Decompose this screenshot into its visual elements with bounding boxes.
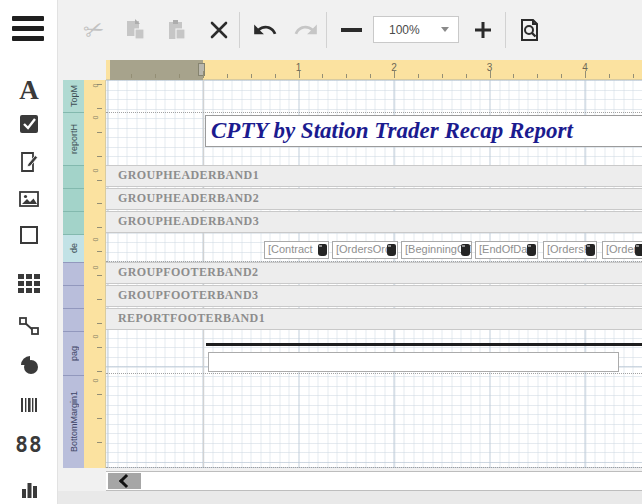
plus-icon xyxy=(471,18,495,42)
toolbox-richtext-tool[interactable] xyxy=(14,147,44,177)
band-strip-label: TopM xyxy=(69,85,79,107)
toolbox-checkbox-tool[interactable] xyxy=(14,109,44,139)
data-binding-icon xyxy=(387,244,396,256)
ruler-tick xyxy=(513,74,514,78)
toolbox-chart-tool[interactable] xyxy=(14,474,44,504)
ruler-number: 2 xyxy=(391,62,397,73)
page-footer-line-control[interactable] xyxy=(206,343,642,346)
horizontal-scrollbar[interactable] xyxy=(106,471,642,491)
toolbox-label-tool[interactable]: A xyxy=(14,75,44,105)
toolbox-shape-tool[interactable] xyxy=(14,350,44,380)
zoom-level-value: 100% xyxy=(374,23,441,37)
line-icon xyxy=(17,314,41,338)
band-strip-section[interactable]: TopM xyxy=(63,80,84,112)
ruler-tick xyxy=(97,442,102,443)
copy-icon xyxy=(122,17,148,43)
toolbox-table-tool[interactable] xyxy=(14,269,44,299)
detail-field-textbox[interactable]: [Contract xyxy=(264,241,329,259)
ruler-tick xyxy=(418,74,419,78)
ruler-tick xyxy=(442,74,443,78)
detail-field-textbox[interactable]: [EndOfDat xyxy=(475,241,538,259)
horizontal-ruler: 1234 xyxy=(106,60,642,80)
undo-button[interactable] xyxy=(250,15,280,45)
hamburger-menu-icon[interactable] xyxy=(12,16,44,42)
band-strip-section[interactable]: pag xyxy=(63,331,84,375)
scroll-left-button[interactable] xyxy=(108,473,141,489)
chart-icon xyxy=(17,477,41,501)
band-strip-section[interactable]: BottomMargin1 xyxy=(63,375,84,468)
ruler-number: 0 xyxy=(93,238,100,242)
status-strip xyxy=(57,491,642,504)
preview-button[interactable] xyxy=(515,15,545,45)
ruler-tick xyxy=(97,203,102,204)
report-title-label[interactable]: CPTY by Station Trader Recap Report xyxy=(205,115,642,147)
ruler-number: 0 xyxy=(93,335,100,339)
toolbox-digits-tool[interactable]: 88 xyxy=(14,430,44,460)
cut-button[interactable]: ✂ xyxy=(79,15,109,45)
ruler-number: 0 xyxy=(93,169,100,173)
toolbox-barcode-tool[interactable] xyxy=(14,390,44,420)
band-strip-section[interactable] xyxy=(63,211,84,234)
toolbox-panel-tool[interactable] xyxy=(14,220,44,250)
band-caption[interactable]: REPORTFOOTERBAND1 xyxy=(106,308,642,330)
toolbar-separator xyxy=(505,12,506,48)
detail-field-textbox[interactable]: [Order xyxy=(602,241,642,259)
ruler-number: 0 xyxy=(93,379,100,383)
toolbar-separator xyxy=(326,12,327,48)
rich-text-icon xyxy=(17,150,41,174)
band-caption[interactable]: GROUPHEADERBAND1 xyxy=(106,165,642,187)
ruler-tick xyxy=(97,180,102,181)
band-strip-section[interactable] xyxy=(63,165,84,188)
delete-button[interactable] xyxy=(204,15,234,45)
data-binding-icon xyxy=(635,244,642,256)
ruler-tick xyxy=(97,418,102,419)
band-strip-section[interactable]: de xyxy=(63,234,84,262)
band-caption[interactable]: GROUPFOOTERBAND2 xyxy=(106,262,642,284)
ruler-tick xyxy=(97,323,102,324)
document-magnifier-icon xyxy=(517,17,543,43)
detail-field-textbox[interactable]: [BeginningOfDa xyxy=(401,241,472,259)
band-strip-section[interactable]: reportH xyxy=(63,112,84,165)
band-strip-label: reportH xyxy=(69,124,79,154)
ruler-tick xyxy=(537,74,538,78)
ruler-tick xyxy=(370,74,371,78)
toolbar-separator xyxy=(239,12,240,48)
ruler-tick xyxy=(322,74,323,78)
ruler-number: 0 xyxy=(93,266,100,270)
digital-display-icon: 88 xyxy=(15,435,42,456)
band-strip-label: BottomMargin1 xyxy=(69,391,79,452)
ruler-tick xyxy=(203,71,204,78)
zoom-out-button[interactable] xyxy=(336,15,366,45)
panel-icon xyxy=(17,223,41,247)
data-binding-icon xyxy=(586,244,595,256)
band-caption[interactable]: GROUPFOOTERBAND3 xyxy=(106,285,642,307)
ruler-tick xyxy=(346,74,347,78)
band-caption[interactable]: GROUPHEADERBAND2 xyxy=(106,188,642,210)
toolbox-line-tool[interactable] xyxy=(14,311,44,341)
band-strip-section[interactable] xyxy=(63,188,84,211)
band-strip-section[interactable] xyxy=(63,262,84,285)
band-strip: TopMreportHdepagBottomMargin1 xyxy=(63,80,84,468)
band-strip-section[interactable] xyxy=(63,308,84,331)
table-icon xyxy=(16,271,42,297)
detail-field-textbox[interactable]: [OrdersP xyxy=(543,241,597,259)
detail-field-textbox[interactable]: [OrdersOrd xyxy=(332,241,398,259)
data-binding-icon xyxy=(461,244,470,256)
vertical-ruler: 0000000 xyxy=(84,80,106,468)
ruler-tick xyxy=(155,74,156,78)
chevron-down-icon xyxy=(441,27,449,32)
ruler-margin-area xyxy=(110,60,203,80)
copy-button[interactable] xyxy=(120,15,150,45)
redo-button[interactable] xyxy=(291,15,321,45)
main-toolbar: ✂ 100% xyxy=(57,0,642,60)
zoom-level-select[interactable]: 100% xyxy=(373,16,459,43)
ruler-tick xyxy=(97,156,102,157)
ruler-number: 0 xyxy=(93,116,100,120)
band-strip-section[interactable] xyxy=(63,285,84,308)
zoom-in-button[interactable] xyxy=(468,15,498,45)
band-caption[interactable]: GROUPHEADERBAND3 xyxy=(106,211,642,233)
page-footer-empty-textbox[interactable] xyxy=(208,352,619,372)
toolbox-picture-tool[interactable] xyxy=(14,184,44,214)
paste-button[interactable] xyxy=(162,15,192,45)
report-designer-window: A 88 ✂ xyxy=(0,0,642,504)
